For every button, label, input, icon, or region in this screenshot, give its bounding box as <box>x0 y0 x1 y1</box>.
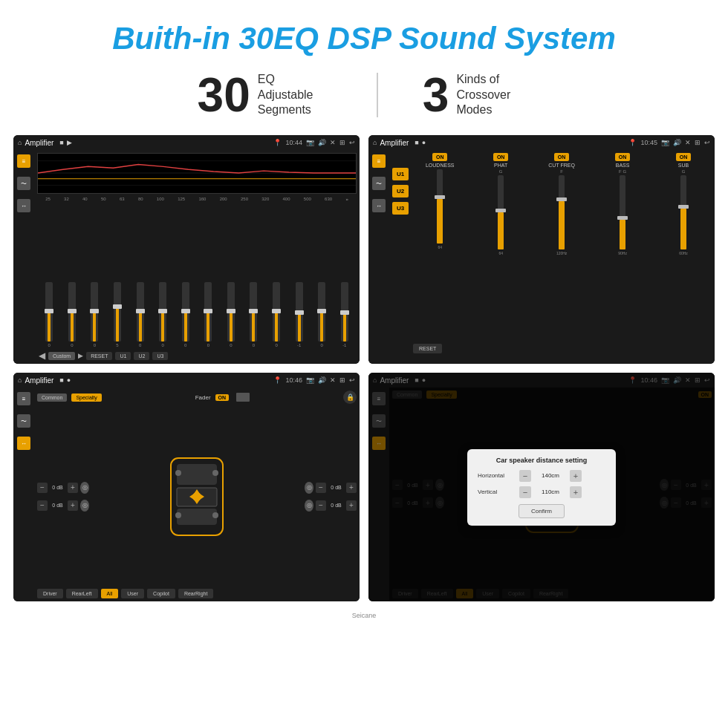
freq-500: 500 <box>304 197 311 201</box>
back-icon-3[interactable]: ↩ <box>349 376 355 384</box>
cutfreq-on[interactable]: ON <box>554 153 570 161</box>
val-br: 0 dB <box>328 503 344 508</box>
custom-btn[interactable]: Custom <box>48 352 75 360</box>
common-tab[interactable]: Common <box>37 393 67 402</box>
svg-point-10 <box>212 470 218 476</box>
freq-labels: 25 32 40 50 63 80 100 125 160 200 250 32… <box>37 197 357 201</box>
freq-63: 63 <box>120 197 125 201</box>
x-icon-2[interactable]: ✕ <box>685 139 691 146</box>
fader-7[interactable]: 0 <box>175 282 196 347</box>
reset-btn[interactable]: RESET <box>86 352 112 360</box>
fader-14[interactable]: -1 <box>334 282 356 347</box>
x-icon-3[interactable]: ✕ <box>330 376 336 384</box>
eq-icon[interactable]: ≡ <box>17 154 30 168</box>
rearright-btn[interactable]: RearRight <box>178 589 214 598</box>
cam-icon-2[interactable]: 📷 <box>661 139 669 146</box>
eq-icon-2[interactable]: ≡ <box>372 154 386 168</box>
loudness-label: LOUDNESS <box>426 163 455 168</box>
fader-12[interactable]: -1 <box>288 282 310 347</box>
confirm-button[interactable]: Confirm <box>519 504 565 518</box>
loudness-on[interactable]: ON <box>432 153 448 161</box>
u2-crossover[interactable]: U2 <box>392 185 409 197</box>
wave-icon-3[interactable]: 〜 <box>17 414 30 428</box>
arrows-icon-3[interactable]: ↔ <box>17 437 30 450</box>
layout-icon[interactable]: ⊞ <box>339 139 345 146</box>
prev-btn[interactable]: ◀ <box>39 350 45 361</box>
home-icon-2[interactable]: ⌂ <box>373 139 377 146</box>
vol-icon-3[interactable]: 🔊 <box>318 376 326 384</box>
fader-1[interactable]: 0 <box>39 282 60 347</box>
wave-icon-2[interactable]: 〜 <box>372 177 386 190</box>
fader-3[interactable]: 0 <box>84 282 105 347</box>
plus-tl[interactable]: + <box>68 483 78 493</box>
screen-crossover: ⌂ Amplifier ■ ● 📍 10:45 📷 🔊 ✕ ⊞ ↩ ≡ 〜 ↔ <box>368 135 715 364</box>
eq-icon-3[interactable]: ≡ <box>17 392 30 405</box>
x-icon[interactable]: ✕ <box>330 139 336 146</box>
plus-bl[interactable]: + <box>68 500 78 511</box>
more-icon[interactable]: » <box>345 197 348 201</box>
plus-br[interactable]: + <box>346 500 357 511</box>
plus-tr[interactable]: + <box>346 483 357 493</box>
play-icon[interactable]: ▶ <box>67 139 72 146</box>
vol-icon-2[interactable]: 🔊 <box>673 139 681 146</box>
home-icon[interactable]: ⌂ <box>18 139 22 146</box>
fader-2[interactable]: 0 <box>62 282 83 347</box>
fader-10[interactable]: 0 <box>243 282 264 347</box>
home-icon-3[interactable]: ⌂ <box>18 376 22 384</box>
car-diagram <box>94 452 300 541</box>
speaker-icon-tr: ◎ <box>305 482 313 494</box>
u3-btn[interactable]: U3 <box>152 352 168 360</box>
cam-icon[interactable]: 📷 <box>306 139 314 146</box>
minus-tl[interactable]: − <box>37 483 48 493</box>
fader-9[interactable]: 0 <box>221 282 242 347</box>
back-icon[interactable]: ↩ <box>349 139 355 146</box>
minus-br[interactable]: − <box>316 500 326 511</box>
driver-btn[interactable]: Driver <box>37 589 63 598</box>
minus-bl[interactable]: − <box>37 500 48 511</box>
ctrl-top-right: ◎ − 0 dB + <box>305 482 357 494</box>
user-btn[interactable]: User <box>121 589 144 598</box>
u1-crossover[interactable]: U1 <box>392 168 409 180</box>
screen1-content: ≡ 〜 ↔ <box>13 150 360 364</box>
minus-tr[interactable]: − <box>316 483 326 493</box>
lock-icon[interactable]: 🔒 <box>343 391 357 404</box>
fader-8[interactable]: 0 <box>198 282 219 347</box>
horizontal-row: Horizontal − 140cm + <box>478 470 605 482</box>
fader-on-badge[interactable]: ON <box>215 394 230 401</box>
arrows-icon[interactable]: ↔ <box>17 199 30 212</box>
dot-icon-2: ● <box>422 139 426 146</box>
reset-cross-btn[interactable]: RESET <box>413 344 442 353</box>
fader-13[interactable]: 0 <box>311 282 333 347</box>
screen3-content: ≡ 〜 ↔ Common Specialty Fader ON 🔒 <box>13 388 360 601</box>
u3-crossover[interactable]: U3 <box>392 202 409 215</box>
bass-on[interactable]: ON <box>615 153 631 161</box>
horizontal-plus[interactable]: + <box>570 470 582 482</box>
layout-icon-3[interactable]: ⊞ <box>339 376 345 384</box>
title-1: Amplifier <box>25 139 53 147</box>
copilot-btn[interactable]: Copilot <box>147 589 175 598</box>
specialty-tab[interactable]: Specialty <box>71 393 101 402</box>
fader-6[interactable]: 0 <box>152 282 174 347</box>
all-btn[interactable]: All <box>101 589 119 598</box>
play-btn[interactable]: ▶ <box>78 352 83 359</box>
fader-4[interactable]: 5 <box>107 282 129 347</box>
cam-icon-3[interactable]: 📷 <box>306 376 314 384</box>
screen2-content: ≡ 〜 ↔ U1 U2 U3 ON LOUDNESS <box>368 150 715 364</box>
u2-btn[interactable]: U2 <box>134 352 149 360</box>
pin-icon-2: 📍 <box>628 139 637 146</box>
sub-on[interactable]: ON <box>676 153 692 161</box>
horizontal-minus[interactable]: − <box>519 470 531 482</box>
back-icon-2[interactable]: ↩ <box>704 139 710 146</box>
vertical-minus[interactable]: − <box>519 486 531 498</box>
phat-on[interactable]: ON <box>493 153 509 161</box>
fader-11[interactable]: 0 <box>266 282 287 347</box>
rearleft-btn[interactable]: RearLeft <box>66 589 98 598</box>
vol-icon[interactable]: 🔊 <box>318 139 326 146</box>
u1-btn[interactable]: U1 <box>115 352 131 360</box>
arrows-icon-2[interactable]: ↔ <box>372 199 386 212</box>
wave-icon[interactable]: 〜 <box>17 177 30 190</box>
horizontal-value: 140cm <box>536 472 565 479</box>
layout-icon-2[interactable]: ⊞ <box>695 139 701 146</box>
vertical-plus[interactable]: + <box>570 486 582 498</box>
fader-5[interactable]: 0 <box>129 282 151 347</box>
